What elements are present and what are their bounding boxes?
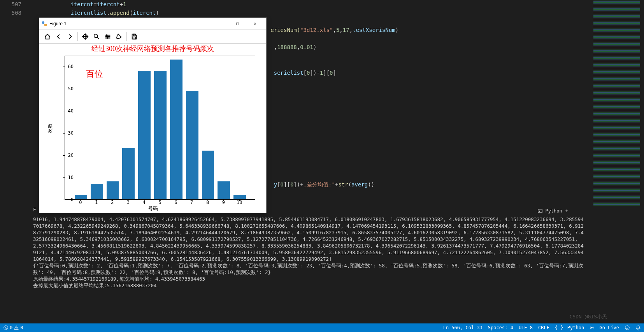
code-line: itercntlist.append(itercnt) (31, 9, 590, 17)
status-eol[interactable]: CRLF (538, 325, 549, 330)
y-axis-label: 次数 (47, 123, 54, 134)
status-ln-col[interactable]: Ln 566, Col 33 (443, 325, 483, 330)
chart-bar (202, 151, 214, 199)
svg-point-3 (94, 34, 98, 37)
chart-bar (122, 148, 135, 199)
forward-icon[interactable] (65, 32, 75, 42)
figure-title: Figure 1 (49, 21, 67, 26)
terminal-line: {'百位号码:0,预测次数': 2, '百位号码:1,预测次数': 7, '百位… (33, 262, 584, 276)
minimap[interactable] (593, 0, 640, 206)
terminal-panel[interactable]: F 91016, 1.944748878479004, 4.4207630157… (33, 206, 584, 323)
code-line: itercnt=itercnt+1 (31, 0, 590, 9)
svg-point-11 (625, 326, 630, 330)
chart-bar (107, 181, 119, 199)
close-button[interactable]: ✕ (246, 18, 264, 30)
chart-title: 经过300次神经网络预测各推荐号码频次 (39, 44, 266, 53)
svg-rect-8 (133, 37, 135, 39)
svg-point-10 (591, 327, 593, 328)
back-icon[interactable] (54, 32, 64, 42)
watermark: CSDN @GIS小天 (570, 313, 607, 320)
line-number: 507 (0, 0, 21, 9)
zoom-icon[interactable] (91, 32, 102, 42)
toolbar-separator (126, 32, 127, 41)
figure-toolbar (39, 30, 266, 44)
svg-point-6 (107, 37, 108, 39)
plot-canvas: 经过300次神经网络预测各推荐号码频次 百位 次数 号码 01020304050… (39, 44, 266, 213)
figure-titlebar[interactable]: Figure 1 — □ ✕ (39, 18, 266, 30)
home-icon[interactable] (42, 32, 53, 42)
chart-bar (75, 195, 87, 199)
chart-box (65, 56, 255, 200)
configure-icon[interactable] (103, 32, 113, 42)
edit-icon[interactable] (114, 32, 124, 42)
status-errors[interactable]: 0 0 (3, 325, 23, 330)
svg-point-5 (108, 36, 109, 37)
chart-bar (186, 91, 198, 199)
save-icon[interactable] (129, 32, 139, 42)
status-lang[interactable]: { } Python (555, 325, 584, 330)
figure-app-icon (42, 21, 47, 26)
status-encoding[interactable]: UTF-8 (519, 325, 533, 330)
chart-bar (91, 184, 103, 199)
chart-bar (233, 195, 246, 199)
line-gutter: 507 508 (0, 0, 29, 17)
status-bell-icon[interactable] (635, 325, 641, 330)
status-bar: 0 0 Ln 566, Col 33 Spaces: 4 UTF-8 CRLF … (0, 323, 644, 332)
minimize-button[interactable]: — (211, 18, 229, 30)
line-number: 508 (0, 9, 21, 17)
svg-point-4 (106, 35, 107, 36)
status-spaces[interactable]: Spaces: 4 (488, 325, 513, 330)
toolbar-separator (77, 32, 78, 41)
terminal-line: 91016, 1.944748878479004, 4.420763015747… (33, 216, 584, 262)
terminal-line: 去掉最大最小值的最终平均结果:5.356216888037204 (33, 282, 584, 289)
pan-icon[interactable] (80, 32, 90, 42)
chart-bar (218, 181, 230, 199)
terminal-line: 原始最终结果:4.354457192160189,每次均值平均: 4.43394… (33, 276, 584, 282)
status-golive[interactable]: Go Live (590, 325, 619, 330)
maximize-button[interactable]: □ (229, 18, 246, 30)
chart-bar (154, 71, 167, 199)
chart-bar (170, 60, 182, 199)
x-axis-label: 号码 (39, 205, 266, 212)
chart-bar (138, 71, 151, 199)
figure-window[interactable]: Figure 1 — □ ✕ 经过300次神经网络预测各推荐号码频次 百位 次数… (39, 18, 267, 213)
status-feedback-icon[interactable] (625, 325, 630, 330)
svg-rect-7 (133, 34, 135, 36)
